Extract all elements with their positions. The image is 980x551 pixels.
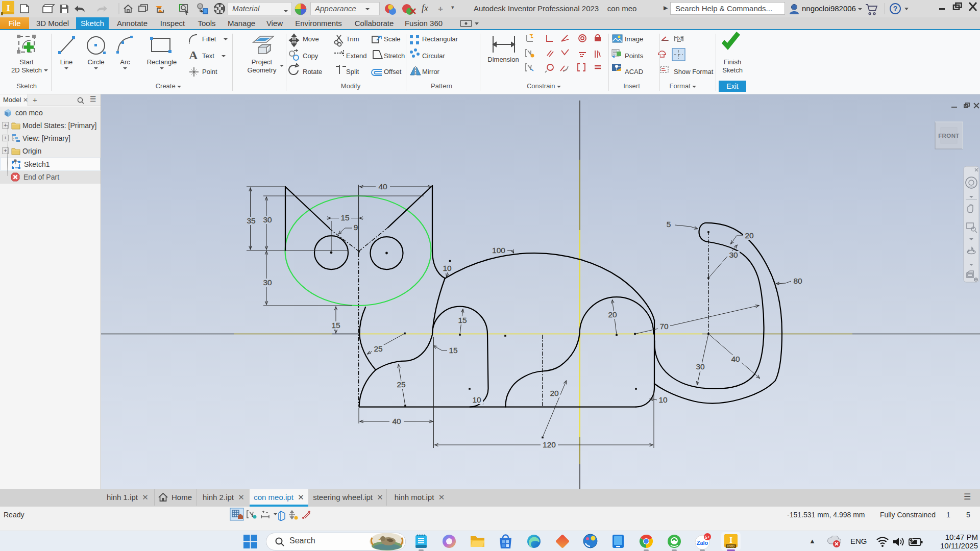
svg-text:25: 25 bbox=[374, 344, 382, 353]
svg-text:15: 15 bbox=[331, 321, 340, 330]
svg-text:30: 30 bbox=[696, 362, 705, 371]
svg-text:{x}: {x} bbox=[677, 36, 682, 41]
svg-text:40: 40 bbox=[392, 417, 401, 425]
svg-text:FRONT: FRONT bbox=[938, 133, 960, 139]
svg-text:5: 5 bbox=[667, 220, 671, 229]
svg-text:9: 9 bbox=[354, 223, 358, 232]
svg-text:25: 25 bbox=[397, 380, 405, 389]
svg-text:20: 20 bbox=[745, 231, 754, 240]
svg-text:15: 15 bbox=[449, 346, 457, 355]
svg-text:100: 100 bbox=[492, 246, 505, 255]
svg-text:15: 15 bbox=[458, 316, 467, 324]
svg-text:30: 30 bbox=[263, 215, 272, 224]
svg-text:10: 10 bbox=[658, 395, 668, 404]
svg-text:I: I bbox=[7, 3, 10, 13]
svg-text:A: A bbox=[189, 48, 198, 62]
svg-text:I: I bbox=[729, 536, 732, 544]
svg-text:10: 10 bbox=[443, 264, 452, 272]
svg-text:35: 35 bbox=[247, 216, 255, 225]
svg-text:20: 20 bbox=[608, 310, 617, 319]
svg-text:40: 40 bbox=[731, 355, 740, 363]
svg-text:80: 80 bbox=[793, 277, 802, 285]
svg-text:20: 20 bbox=[550, 389, 559, 397]
svg-text:?: ? bbox=[893, 5, 898, 13]
svg-text:Zalo: Zalo bbox=[697, 540, 708, 546]
svg-text:5+: 5+ bbox=[705, 535, 710, 540]
svg-text:70: 70 bbox=[659, 322, 669, 331]
svg-text:15: 15 bbox=[340, 213, 349, 222]
svg-text:PRO: PRO bbox=[727, 544, 734, 548]
svg-text:10: 10 bbox=[472, 395, 481, 404]
svg-text:30: 30 bbox=[729, 251, 738, 259]
svg-text:30: 30 bbox=[263, 278, 272, 287]
svg-text:40: 40 bbox=[378, 182, 387, 191]
svg-text:120: 120 bbox=[543, 440, 556, 449]
